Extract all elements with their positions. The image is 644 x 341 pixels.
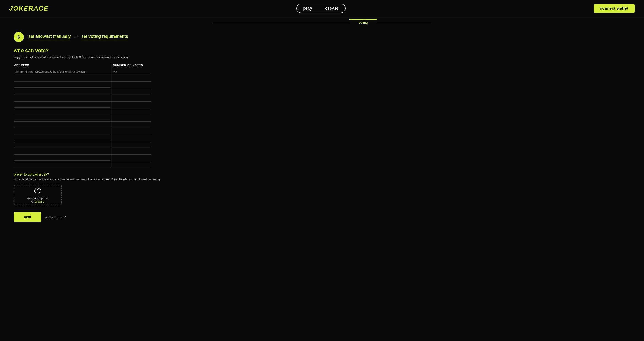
main-content: 6 set allowlist manually or set voting r… bbox=[0, 25, 206, 229]
drop-text: drag & drop csv or browse bbox=[27, 196, 48, 203]
address-input[interactable] bbox=[14, 142, 110, 147]
votes-cell bbox=[111, 141, 151, 148]
address-cell bbox=[14, 128, 111, 135]
browse-link[interactable]: browse bbox=[35, 200, 44, 203]
address-input[interactable] bbox=[14, 109, 110, 114]
press-enter-text: press Enter ↵ bbox=[45, 215, 66, 219]
address-cell bbox=[14, 155, 111, 161]
address-cell bbox=[14, 108, 111, 115]
address-input[interactable] bbox=[14, 89, 110, 94]
votes-cell bbox=[111, 128, 151, 135]
step-line-4 bbox=[294, 23, 322, 23]
address-input[interactable] bbox=[14, 115, 110, 121]
address-input[interactable] bbox=[14, 69, 110, 74]
tab-set-voting-requirements[interactable]: set voting requirements bbox=[81, 34, 128, 40]
step-line-3 bbox=[267, 23, 294, 23]
votes-cell bbox=[111, 82, 151, 88]
step-item-3 bbox=[267, 23, 294, 25]
address-input[interactable] bbox=[14, 162, 110, 167]
address-cell bbox=[14, 115, 111, 121]
address-input[interactable] bbox=[14, 75, 110, 81]
table-row bbox=[14, 128, 151, 135]
votes-input[interactable] bbox=[113, 102, 151, 108]
create-button[interactable]: create bbox=[319, 4, 345, 12]
votes-cell bbox=[111, 155, 151, 161]
votes-input[interactable] bbox=[113, 129, 151, 134]
address-input[interactable] bbox=[14, 149, 110, 154]
tab-set-allowlist-manually[interactable]: set allowlist manually bbox=[28, 34, 71, 40]
votes-cell bbox=[111, 161, 151, 168]
table-row bbox=[14, 161, 151, 168]
votes-column-header: NUMBER OF VOTES bbox=[111, 64, 151, 69]
table-row bbox=[14, 75, 151, 82]
upload-cloud-icon bbox=[34, 187, 42, 195]
table-row bbox=[14, 69, 151, 75]
address-cell bbox=[14, 75, 111, 82]
connect-wallet-button[interactable]: connect wallet bbox=[594, 4, 635, 13]
play-button[interactable]: play bbox=[297, 4, 319, 12]
table-row bbox=[14, 88, 151, 95]
tab-container: set allowlist manually or set voting req… bbox=[28, 34, 128, 40]
step-line-1 bbox=[212, 23, 240, 23]
step-header: 6 set allowlist manually or set voting r… bbox=[14, 32, 192, 42]
votes-input[interactable] bbox=[113, 96, 151, 101]
votes-input[interactable] bbox=[113, 109, 151, 114]
section-title: who can vote? bbox=[14, 48, 192, 53]
step-item-1 bbox=[212, 23, 240, 25]
votes-cell bbox=[111, 75, 151, 82]
votes-input[interactable] bbox=[113, 76, 151, 81]
votes-cell bbox=[111, 69, 151, 75]
step-item-7 bbox=[377, 23, 404, 25]
table-row bbox=[14, 108, 151, 115]
votes-input[interactable] bbox=[113, 82, 151, 88]
table-row bbox=[14, 82, 151, 88]
step-item-4 bbox=[294, 23, 322, 25]
header: JOKERACE play create connect wallet bbox=[0, 0, 644, 17]
csv-description: csv should contain addresses in column A… bbox=[14, 178, 192, 181]
votes-cell bbox=[111, 148, 151, 155]
step-line-6 bbox=[350, 19, 377, 20]
step-line-8 bbox=[404, 23, 432, 23]
address-cell bbox=[14, 121, 111, 128]
votes-input[interactable] bbox=[113, 142, 151, 147]
votes-cell bbox=[111, 121, 151, 128]
step-line-2 bbox=[240, 23, 267, 23]
votes-input[interactable] bbox=[113, 162, 151, 167]
table-row bbox=[14, 155, 151, 161]
address-input[interactable] bbox=[14, 122, 110, 127]
step-line-7 bbox=[377, 23, 404, 23]
votes-cell bbox=[111, 95, 151, 102]
address-input[interactable] bbox=[14, 155, 110, 161]
table-row bbox=[14, 141, 151, 148]
votes-input[interactable] bbox=[113, 155, 151, 161]
table-row bbox=[14, 115, 151, 121]
address-input[interactable] bbox=[14, 129, 110, 134]
table-row bbox=[14, 121, 151, 128]
address-input[interactable] bbox=[14, 102, 110, 108]
address-input[interactable] bbox=[14, 82, 110, 88]
logo: JOKERACE bbox=[9, 5, 48, 12]
votes-input[interactable] bbox=[113, 69, 151, 74]
csv-drop-zone[interactable]: drag & drop csv or browse bbox=[14, 185, 62, 205]
votes-cell bbox=[111, 102, 151, 108]
votes-input[interactable] bbox=[113, 122, 151, 127]
step-line-5 bbox=[322, 23, 350, 23]
votes-cell bbox=[111, 88, 151, 95]
votes-input[interactable] bbox=[113, 89, 151, 94]
table-row bbox=[14, 148, 151, 155]
votes-input[interactable] bbox=[113, 149, 151, 154]
step-item-6[interactable]: voting bbox=[350, 19, 377, 25]
votes-input[interactable] bbox=[113, 135, 151, 141]
address-column-header: ADDRESS bbox=[14, 64, 111, 69]
address-cell bbox=[14, 161, 111, 168]
section-description: copy-paste allowlist into preview box (u… bbox=[14, 55, 192, 59]
address-input[interactable] bbox=[14, 95, 110, 101]
main-nav: play create bbox=[296, 4, 346, 13]
votes-input[interactable] bbox=[113, 116, 151, 121]
address-cell bbox=[14, 88, 111, 95]
votes-cell bbox=[111, 108, 151, 115]
address-cell bbox=[14, 148, 111, 155]
next-button[interactable]: next bbox=[14, 212, 41, 222]
address-input[interactable] bbox=[14, 135, 110, 141]
address-cell bbox=[14, 69, 111, 75]
